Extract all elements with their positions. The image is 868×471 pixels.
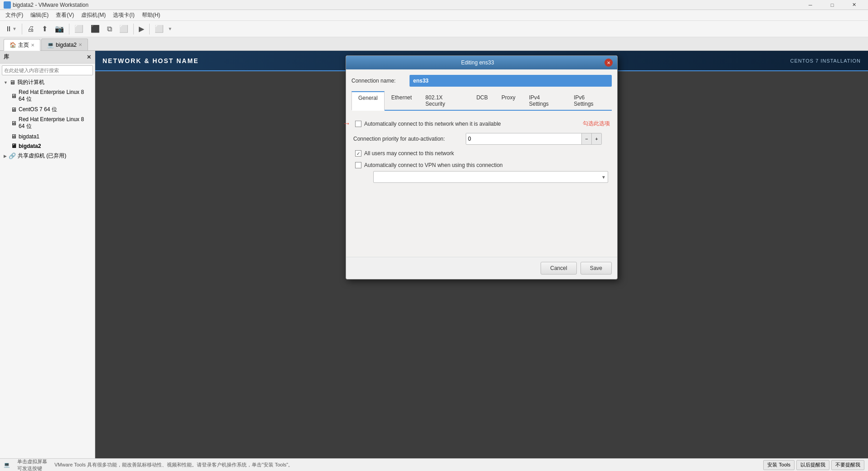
tab-vm[interactable]: 💻 bigdata2 ✕ xyxy=(41,39,88,50)
priority-plus-btn[interactable]: + xyxy=(591,133,601,144)
tools-hint: VMware Tools 具有很多功能，能改善鼠标移动性、视频和性能。请登录客户… xyxy=(54,461,293,468)
play-icon: ▶ xyxy=(139,25,144,33)
save-button[interactable]: Save xyxy=(580,262,612,275)
dialog-content: → Automatically connect to this network … xyxy=(351,115,612,251)
tab-vm-label: bigdata2 xyxy=(56,42,77,48)
vm-icon-3: 🖥 xyxy=(11,120,17,127)
tab-home-close[interactable]: ✕ xyxy=(31,43,34,48)
vm-label-5: bigdata2 xyxy=(19,143,41,149)
vm-label-1: Red Hat Enterprise Linux 8 64 位 xyxy=(19,89,91,103)
no-remind-button[interactable]: 不要提醒我 xyxy=(831,460,864,470)
cancel-button[interactable]: Cancel xyxy=(541,262,576,275)
priority-input-container: − + xyxy=(466,133,602,145)
toolbar-stretch[interactable]: ⬜ xyxy=(116,23,132,35)
sidebar-item-rhel2[interactable]: 🖥 Red Hat Enterprise Linux 8 64 位 xyxy=(7,115,95,132)
main-area: 库 ✕ ▼ 🖥 我的计算机 🖥 Red Hat Enterprise Linux… xyxy=(0,51,868,458)
remind-later-button[interactable]: 以后提醒我 xyxy=(796,460,829,470)
auto-connect-row: → Automatically connect to this network … xyxy=(351,119,612,128)
dialog-tab-ipv4[interactable]: IPv4 Settings xyxy=(522,91,567,110)
toolbar-sep3 xyxy=(133,24,134,34)
menu-view[interactable]: 查看(V) xyxy=(52,10,78,20)
vm-label-2: CentOS 7 64 位 xyxy=(19,106,57,113)
vpn-label: Automatically connect to VPN when using … xyxy=(364,162,503,168)
sidebar-item-centos[interactable]: 🖥 CentOS 7 64 位 xyxy=(7,104,95,115)
menu-file[interactable]: 文件(F) xyxy=(2,10,27,20)
menu-help[interactable]: 帮助(H) xyxy=(138,10,164,20)
title-bar-controls: ─ □ ✕ xyxy=(800,0,864,10)
close-button[interactable]: ✕ xyxy=(844,0,864,10)
toolbar-play[interactable]: ▶ xyxy=(136,23,147,35)
vpn-dropdown[interactable]: ▼ xyxy=(373,171,608,183)
menu-edit[interactable]: 编辑(E) xyxy=(27,10,52,20)
vm-content-area: Editing ens33 ✕ Connection name: xyxy=(95,71,868,458)
toolbar-fullscreen[interactable]: ⬜ xyxy=(71,23,87,35)
dialog-tab-dcb[interactable]: DCB xyxy=(469,91,494,110)
dialog-tab-general[interactable]: General xyxy=(351,91,385,111)
sidebar-item-mycomputer[interactable]: ▼ 🖥 我的计算机 xyxy=(0,77,95,88)
dialog-tab-ipv6[interactable]: IPv6 Settings xyxy=(567,91,612,110)
vm-label-4: bigdata1 xyxy=(19,133,39,140)
vm-label-3: Red Hat Enterprise Linux 8 64 位 xyxy=(19,116,91,130)
dialog-title: Editing ens33 xyxy=(351,59,605,66)
status-bar-right: 安装 Tools 以后提醒我 不要提醒我 xyxy=(763,460,864,470)
stretch-icon: ⬜ xyxy=(119,25,128,33)
auto-connect-label: Automatically connect to this network wh… xyxy=(364,121,579,127)
red-arrow-icon: → xyxy=(342,119,351,128)
toolbar-fit[interactable]: ⬛ xyxy=(88,23,103,35)
toolbar-screenshot[interactable]: 🖨 xyxy=(24,23,38,35)
auto-connect-checkbox[interactable] xyxy=(355,121,361,127)
editing-dialog: Editing ens33 ✕ Connection name: xyxy=(346,55,618,280)
display-icon: ⬜ xyxy=(155,25,164,33)
dialog-tab-proxy[interactable]: Proxy xyxy=(495,91,522,110)
vm-icon-2: 🖥 xyxy=(11,106,17,113)
vm-area[interactable]: NETWORK & HOST NAME CENTOS 7 INSTALLATIO… xyxy=(95,51,868,458)
vm-icon-1: 🖥 xyxy=(11,93,17,99)
dialog-tab-8021x[interactable]: 802.1X Security xyxy=(419,91,469,110)
vm-list: 🖥 Red Hat Enterprise Linux 8 64 位 🖥 Cent… xyxy=(7,88,95,151)
sidebar-item-bigdata2[interactable]: 🖥 bigdata2 xyxy=(7,141,95,151)
minimize-button[interactable]: ─ xyxy=(800,0,821,10)
sidebar-item-rhel1[interactable]: 🖥 Red Hat Enterprise Linux 8 64 位 xyxy=(7,88,95,104)
menu-vm[interactable]: 虚拟机(M) xyxy=(78,10,109,20)
toolbar-display[interactable]: ⬜ xyxy=(151,23,167,35)
vpn-checkbox[interactable] xyxy=(355,162,361,168)
expand-icon-shared: ▶ xyxy=(4,154,7,158)
app-icon xyxy=(4,1,11,9)
restore-button[interactable]: □ xyxy=(822,0,843,10)
priority-row: Connection priority for auto-activation:… xyxy=(351,132,612,146)
vpn-row: Automatically connect to VPN when using … xyxy=(355,162,503,168)
vm-tab-icon: 💻 xyxy=(47,42,54,48)
tab-home-label: 主页 xyxy=(18,41,29,49)
sidebar-close-btn[interactable]: ✕ xyxy=(87,54,91,60)
tab-vm-close[interactable]: ✕ xyxy=(78,42,82,47)
shared-label: 共享虚拟机 (已弃用) xyxy=(18,152,66,160)
dialog-body: Connection name: General Ethernet 802.1X… xyxy=(346,69,617,257)
all-users-checkbox[interactable]: ✓ xyxy=(355,150,361,157)
toolbar-sep4 xyxy=(149,24,150,34)
toolbar-snapshot[interactable]: 📷 xyxy=(52,23,67,35)
dialog-close-button[interactable]: ✕ xyxy=(605,59,613,67)
unity-icon: ⧉ xyxy=(107,25,112,33)
priority-label: Connection priority for auto-activation: xyxy=(353,136,462,142)
toolbar-unity[interactable]: ⧉ xyxy=(104,23,115,35)
vm-screen: NETWORK & HOST NAME CENTOS 7 INSTALLATIO… xyxy=(95,51,868,458)
sidebar-item-shared[interactable]: ▶ 🔗 共享虚拟机 (已弃用) xyxy=(0,151,95,161)
dialog-overlay: Editing ens33 ✕ Connection name: xyxy=(95,51,868,458)
chevron-down-icon: ▼ xyxy=(601,175,606,180)
dialog-tabs: General Ethernet 802.1X Security DCB Pro… xyxy=(351,91,612,111)
toolbar-pause-btn[interactable]: ⏸ ▼ xyxy=(2,23,20,35)
priority-minus-btn[interactable]: − xyxy=(581,133,591,144)
menu-tab[interactable]: 选项卡(I) xyxy=(109,10,138,20)
tab-home[interactable]: 🏠 主页 ✕ xyxy=(4,39,40,51)
search-input[interactable] xyxy=(2,65,93,75)
dialog-tab-ethernet[interactable]: Ethernet xyxy=(385,91,419,110)
title-bar: bigdata2 - VMware Workstation ─ □ ✕ xyxy=(0,0,868,10)
install-tools-button[interactable]: 安装 Tools xyxy=(763,460,795,470)
priority-input[interactable] xyxy=(466,133,581,144)
vm-screen-hint: 单击虚拟屏幕 可发送按键 xyxy=(17,458,47,471)
connection-name-input[interactable] xyxy=(410,75,612,87)
toolbar-revert[interactable]: ⬆ xyxy=(39,23,51,35)
tab-bar: 🏠 主页 ✕ 💻 bigdata2 ✕ xyxy=(0,37,868,51)
my-computer-label: 我的计算机 xyxy=(17,78,44,86)
sidebar-item-bigdata1[interactable]: 🖥 bigdata1 xyxy=(7,132,95,141)
